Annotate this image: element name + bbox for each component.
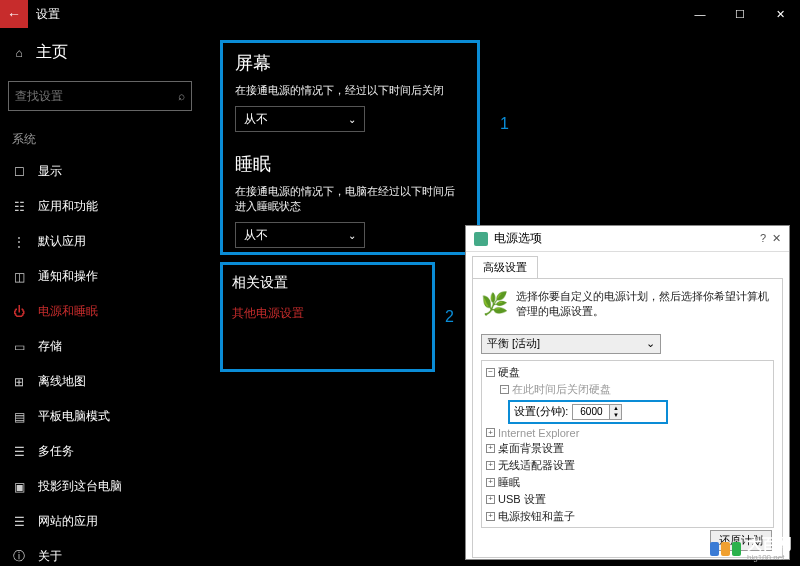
sidebar: ⌂ 主页 ⌕ 系统 ☐显示☷应用和功能⋮默认应用◫通知和操作⏻电源和睡眠▭存储⊞… — [0, 28, 200, 566]
app-title: 设置 — [36, 6, 60, 23]
power-plan-dropdown[interactable]: 平衡 [活动] ⌄ — [481, 334, 661, 354]
tree-item[interactable]: +PCI Express — [486, 525, 769, 528]
tree-item[interactable]: −硬盘 — [486, 364, 769, 381]
spin-down-button[interactable]: ▼ — [610, 412, 621, 419]
sidebar-item-storage[interactable]: ▭存储 — [0, 329, 200, 364]
tree-item-label: USB 设置 — [498, 492, 546, 507]
expand-icon[interactable]: + — [486, 444, 495, 453]
search-input[interactable] — [15, 89, 178, 103]
projecting-icon: ▣ — [12, 480, 26, 494]
sleep-heading: 睡眠 — [235, 152, 465, 176]
sidebar-item-power-sleep[interactable]: ⏻电源和睡眠 — [0, 294, 200, 329]
watermark: 大百网 big100.net — [710, 535, 792, 562]
offline-maps-icon: ⊞ — [12, 375, 26, 389]
sidebar-item-projecting[interactable]: ▣投影到这台电脑 — [0, 469, 200, 504]
search-icon: ⌕ — [178, 89, 185, 103]
search-box[interactable]: ⌕ — [8, 81, 192, 111]
apps-icon: ☷ — [12, 200, 26, 214]
sidebar-item-label: 显示 — [38, 163, 62, 180]
watermark-logo — [710, 542, 741, 556]
timeout-value: 6000 — [573, 405, 609, 419]
advanced-tab[interactable]: 高级设置 — [472, 256, 538, 278]
power-sleep-icon: ⏻ — [12, 305, 26, 319]
screen-desc: 在接通电源的情况下，经过以下时间后关闭 — [235, 83, 465, 98]
home-label: 主页 — [36, 42, 68, 63]
sidebar-item-label: 默认应用 — [38, 233, 86, 250]
expand-icon[interactable]: + — [486, 478, 495, 487]
sidebar-item-multitask[interactable]: ☰多任务 — [0, 434, 200, 469]
spin-up-button[interactable]: ▲ — [610, 405, 621, 412]
maximize-button[interactable]: ☐ — [720, 0, 760, 28]
sidebar-item-label: 存储 — [38, 338, 62, 355]
expand-icon[interactable]: + — [486, 495, 495, 504]
sidebar-item-tablet[interactable]: ▤平板电脑模式 — [0, 399, 200, 434]
battery-icon: 🌿 — [481, 289, 508, 319]
tree-item[interactable]: +Internet Explorer — [486, 426, 769, 440]
tree-item[interactable]: +电源按钮和盖子 — [486, 508, 769, 525]
sidebar-item-label: 电源和睡眠 — [38, 303, 98, 320]
dialog-info-text: 选择你要自定义的电源计划，然后选择你希望计算机管理的电源设置。 — [516, 289, 774, 320]
dialog-body: 🌿 选择你要自定义的电源计划，然后选择你希望计算机管理的电源设置。 平衡 [活动… — [472, 278, 783, 558]
websites-icon: ☰ — [12, 515, 26, 529]
dialog-title: 电源选项 — [494, 230, 760, 247]
sidebar-item-websites[interactable]: ☰网站的应用 — [0, 504, 200, 539]
sidebar-item-label: 投影到这台电脑 — [38, 478, 122, 495]
screen-timeout-value: 从不 — [244, 111, 268, 128]
sidebar-item-display[interactable]: ☐显示 — [0, 154, 200, 189]
tree-item-label: PCI Express — [498, 526, 559, 528]
timeout-setting-row: 设置(分钟):6000▲▼ — [508, 400, 668, 424]
chevron-down-icon: ⌄ — [646, 337, 655, 350]
expand-icon[interactable]: + — [486, 512, 495, 521]
home-button[interactable]: ⌂ 主页 — [0, 34, 200, 71]
related-heading: 相关设置 — [232, 274, 288, 292]
dialog-close-button[interactable]: ✕ — [772, 232, 781, 245]
title-bar: ← 设置 — ☐ ✕ — [0, 0, 800, 28]
sidebar-item-label: 多任务 — [38, 443, 74, 460]
minimize-button[interactable]: — — [680, 0, 720, 28]
power-plan-value: 平衡 [活动] — [487, 336, 540, 351]
sleep-timeout-value: 从不 — [244, 227, 268, 244]
settings-tree[interactable]: −硬盘−在此时间后关闭硬盘设置(分钟):6000▲▼+Internet Expl… — [481, 360, 774, 528]
sidebar-item-notifications[interactable]: ◫通知和操作 — [0, 259, 200, 294]
window-controls: — ☐ ✕ — [680, 0, 800, 28]
home-icon: ⌂ — [12, 46, 26, 60]
expand-icon[interactable]: + — [486, 527, 495, 528]
sidebar-item-label: 通知和操作 — [38, 268, 98, 285]
sidebar-item-about[interactable]: ⓘ关于 — [0, 539, 200, 566]
sidebar-item-offline-maps[interactable]: ⊞离线地图 — [0, 364, 200, 399]
annotation-box-1: 屏幕 在接通电源的情况下，经过以下时间后关闭 从不 ⌄ 睡眠 在接通电源的情况下… — [220, 40, 480, 255]
expand-icon[interactable]: − — [500, 385, 509, 394]
tree-item[interactable]: +无线适配器设置 — [486, 457, 769, 474]
sidebar-item-label: 网站的应用 — [38, 513, 98, 530]
tree-item-label: 桌面背景设置 — [498, 441, 564, 456]
watermark-brand: 大百网 — [747, 535, 792, 552]
screen-timeout-dropdown[interactable]: 从不 ⌄ — [235, 106, 365, 132]
tree-item[interactable]: +睡眠 — [486, 474, 769, 491]
dialog-help-button[interactable]: ? — [760, 232, 766, 245]
timeout-spinner[interactable]: 6000▲▼ — [572, 404, 622, 420]
expand-icon[interactable]: − — [486, 368, 495, 377]
expand-icon[interactable]: + — [486, 461, 495, 470]
sidebar-item-label: 离线地图 — [38, 373, 86, 390]
tree-item[interactable]: −在此时间后关闭硬盘 — [486, 381, 769, 398]
tree-item[interactable]: +桌面背景设置 — [486, 440, 769, 457]
power-options-dialog: 电源选项 ? ✕ 高级设置 🌿 选择你要自定义的电源计划，然后选择你希望计算机管… — [465, 225, 790, 560]
storage-icon: ▭ — [12, 340, 26, 354]
annotation-number-1: 1 — [500, 115, 509, 133]
close-button[interactable]: ✕ — [760, 0, 800, 28]
back-button[interactable]: ← — [0, 0, 28, 28]
chevron-down-icon: ⌄ — [348, 230, 356, 241]
sidebar-item-apps[interactable]: ☷应用和功能 — [0, 189, 200, 224]
tree-item[interactable]: +USB 设置 — [486, 491, 769, 508]
other-power-settings-link[interactable]: 其他电源设置 — [232, 305, 304, 322]
tree-item-label: 睡眠 — [498, 475, 520, 490]
multitask-icon: ☰ — [12, 445, 26, 459]
sidebar-item-default-apps[interactable]: ⋮默认应用 — [0, 224, 200, 259]
chevron-down-icon: ⌄ — [348, 114, 356, 125]
watermark-url: big100.net — [747, 554, 792, 562]
expand-icon[interactable]: + — [486, 428, 495, 437]
sidebar-item-label: 应用和功能 — [38, 198, 98, 215]
tree-item-label: 硬盘 — [498, 365, 520, 380]
sleep-timeout-dropdown[interactable]: 从不 ⌄ — [235, 222, 365, 248]
setting-label: 设置(分钟): — [514, 404, 568, 419]
